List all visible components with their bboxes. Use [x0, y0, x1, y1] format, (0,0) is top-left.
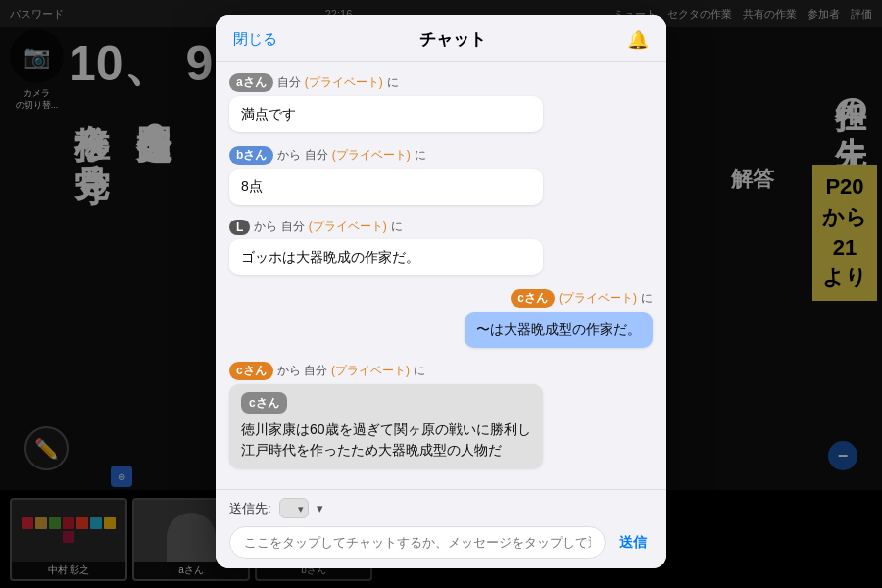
message-3-bubble[interactable]: ゴッホは大器晩成の作家だ。 — [229, 239, 543, 275]
modal-overlay: 閉じる チャット 🔔 aさん 自分 (プライベート) に 満点です bさん か — [0, 0, 882, 588]
send-button[interactable]: 送信 — [613, 530, 653, 556]
chat-header: 閉じる チャット 🔔 — [216, 15, 666, 62]
sender-c-sent: cさん — [511, 289, 555, 308]
chat-input[interactable] — [229, 526, 606, 559]
chat-modal: 閉じる チャット 🔔 aさん 自分 (プライベート) に 満点です bさん か — [216, 15, 666, 568]
message-1-sender-line: aさん 自分 (プライベート) に — [229, 74, 653, 92]
send-to-label: 送信先: — [229, 500, 271, 517]
chat-footer: 送信先: ▾ 送信 — [216, 489, 666, 568]
message-5-bubble[interactable]: cさん 徳川家康は60歳を過ぎて関ヶ原の戦いに勝利し江戸時代を作ったため大器晩成… — [229, 384, 543, 468]
msg-1-private: (プライベート) — [305, 74, 383, 91]
chat-messages: aさん 自分 (プライベート) に 満点です bさん から 自分 (プライベート… — [216, 62, 666, 489]
message-1-bubble[interactable]: 満点です — [229, 96, 543, 132]
message-4-sender-line: cさん (プライベート) に — [511, 289, 653, 308]
sender-a: aさん — [229, 74, 273, 92]
sender-l: L — [229, 220, 250, 235]
chat-close-button[interactable]: 閉じる — [233, 30, 277, 49]
send-to-row: 送信先: ▾ — [229, 498, 653, 518]
message-2: bさん から 自分 (プライベート) に 8点 — [229, 146, 653, 205]
message-3: L から 自分 (プライベート) に ゴッホは大器晩成の作家だ。 — [229, 219, 653, 275]
message-2-bubble[interactable]: 8点 — [229, 169, 543, 205]
chat-title: チャット — [419, 28, 486, 51]
message-3-sender-line: L から 自分 (プライベート) に — [229, 219, 653, 235]
sender-c: cさん — [229, 362, 273, 380]
send-to-select-wrapper[interactable] — [279, 498, 309, 518]
send-to-chevron: ▾ — [317, 501, 323, 515]
message-1: aさん 自分 (プライベート) に 満点です — [229, 74, 653, 132]
msg-1-dir: 自分 — [277, 74, 301, 91]
sender-b: bさん — [229, 146, 273, 165]
message-2-sender-line: bさん から 自分 (プライベート) に — [229, 146, 653, 165]
chat-input-row: 送信 — [229, 526, 653, 559]
message-4-bubble[interactable]: 〜は大器晩成型の作家だ。 — [465, 312, 653, 348]
chat-bell-icon[interactable]: 🔔 — [627, 29, 649, 51]
message-5-sender-line: cさん から 自分 (プライベート) に — [229, 362, 653, 380]
send-to-select[interactable] — [279, 498, 309, 518]
msg-5-inner-label: cさん — [241, 392, 287, 414]
message-4: cさん (プライベート) に 〜は大器晩成型の作家だ。 — [229, 289, 653, 348]
message-5: cさん から 自分 (プライベート) に cさん 徳川家康は60歳を過ぎて関ヶ原… — [229, 362, 653, 468]
